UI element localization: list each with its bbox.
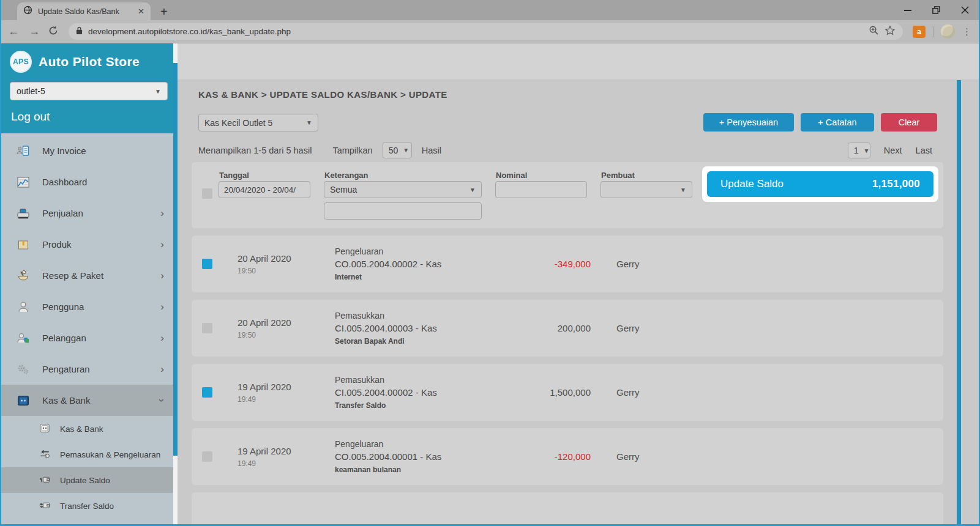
gear-icon: [15, 362, 32, 377]
sidebar-item-pengguna[interactable]: Pengguna ›: [0, 291, 178, 322]
browser-toolbar: ← → development.autopilotstore.co.id/kas…: [0, 20, 980, 43]
select-all-checkbox[interactable]: [202, 188, 212, 199]
update-saldo-button[interactable]: Update Saldo 1,151,000: [707, 171, 933, 197]
browser-tab[interactable]: Update Saldo Kas/Bank ✕: [17, 2, 151, 20]
sidebar-item-pelanggan[interactable]: Pelanggan ›: [0, 322, 178, 354]
next-page-link[interactable]: Next: [884, 146, 902, 155]
sidebar-item-label: Pengaturan: [42, 364, 90, 374]
chevron-down-icon: ▼: [469, 187, 476, 193]
back-icon[interactable]: ←: [6, 25, 21, 38]
sidebar-item-pengaturan[interactable]: Pengaturan ›: [0, 354, 178, 385]
row-date: 19 April 2020: [238, 382, 335, 392]
chevron-down-icon: ▼: [403, 147, 409, 154]
sidebar-item-produk[interactable]: Produk ›: [0, 229, 178, 260]
window-restore-button[interactable]: [932, 6, 940, 14]
page-size-select[interactable]: 50▼: [383, 142, 412, 158]
window-close-button[interactable]: [961, 6, 969, 14]
account-select[interactable]: Kas Kecil Outlet 5▼: [198, 114, 318, 132]
sidebar-subitem-update-saldo[interactable]: Update Saldo: [0, 467, 178, 493]
customer-icon: [15, 331, 32, 346]
sidebar-subitem-label: Transfer Saldo: [60, 502, 114, 511]
profile-avatar[interactable]: [941, 24, 955, 39]
sidebar-item-label: My Invoice: [42, 146, 86, 156]
row-checkbox[interactable]: [202, 259, 212, 269]
nominal-filter-input[interactable]: [495, 181, 587, 198]
outlet-select[interactable]: outlet-5▼: [10, 82, 168, 100]
row-date: 20 April 2020: [238, 253, 335, 264]
row-time: 19:49: [238, 395, 335, 404]
sidebar-scrollbar-thumb[interactable]: [173, 63, 178, 456]
table-row[interactable]: 19 April 202019:49 PemasukkanCI.005.2004…: [192, 364, 943, 421]
last-page-link[interactable]: Last: [916, 146, 932, 155]
url-bar[interactable]: development.autopilotstore.co.id/kas_ban…: [69, 23, 903, 40]
clear-button[interactable]: Clear: [881, 113, 937, 132]
pembuat-column-header: Pembuat: [601, 171, 635, 180]
tanggal-range-input[interactable]: [219, 181, 310, 198]
new-tab-button[interactable]: +: [160, 6, 168, 18]
row-time: 19:49: [238, 459, 335, 468]
chevron-right-icon: ›: [160, 364, 164, 374]
bookmark-star-icon[interactable]: [885, 25, 896, 39]
row-type: Pengeluaran: [335, 246, 518, 256]
in-out-arrows-icon: [38, 448, 51, 462]
row-note: Internet: [335, 273, 518, 281]
sidebar-item-penjualan[interactable]: Penjualan ›: [0, 198, 178, 229]
penyesuaian-button[interactable]: + Penyesuaian: [703, 113, 794, 132]
extension-bag-icon[interactable]: a: [913, 26, 926, 38]
safe-icon: [15, 393, 32, 408]
catatan-button[interactable]: + Catatan: [801, 113, 874, 132]
window-minimize-button[interactable]: [904, 10, 911, 11]
keterangan-search-input[interactable]: [324, 202, 482, 220]
sidebar-subitem-label: Pemasukan & Pengeluaran: [60, 450, 160, 459]
sidebar-item-label: Dashboard: [42, 177, 87, 187]
sidebar-item-kas-bank[interactable]: Kas & Bank ›: [0, 385, 178, 416]
row-creator: Gerry: [616, 451, 640, 462]
table-row[interactable]: 18 April 2020 Pemasukkan: [192, 492, 943, 526]
globe-favicon-icon: [23, 6, 32, 17]
logout-link[interactable]: Log out: [11, 110, 166, 124]
row-checkbox[interactable]: [202, 323, 212, 333]
row-date: 19 April 2020: [238, 446, 335, 456]
content-topbar: [178, 43, 980, 80]
row-checkbox[interactable]: [202, 387, 212, 398]
chevron-right-icon: ›: [160, 270, 164, 281]
sidebar-item-my-invoice[interactable]: My Invoice: [0, 135, 178, 166]
table-row[interactable]: 19 April 202019:49 PengeluaranCO.005.200…: [192, 428, 943, 485]
row-code: CO.005.2004.00002 - Kas: [335, 259, 518, 269]
row-creator: Gerry: [616, 387, 640, 398]
sidebar-menu: My Invoice Dashboard Penjualan ›: [0, 133, 178, 519]
sidebar-subitem-pemasukan-pengeluaran[interactable]: Pemasukan & Pengeluaran: [0, 442, 178, 467]
cash-register-icon: [15, 206, 32, 221]
reload-icon[interactable]: [48, 25, 59, 39]
table-row[interactable]: 20 April 202019:50 PengeluaranCO.005.200…: [192, 235, 943, 292]
keterangan-column-header: Keterangan: [324, 171, 368, 180]
update-saldo-amount: 1,151,000: [872, 178, 920, 190]
sidebar-item-dashboard[interactable]: Dashboard: [0, 166, 178, 198]
row-creator: Gerry: [616, 259, 640, 269]
sidebar-item-resep-paket[interactable]: Resep & Paket ›: [0, 260, 178, 291]
chevron-right-icon: ›: [160, 333, 164, 343]
page-scrollbar[interactable]: [957, 80, 961, 526]
lock-icon: [76, 26, 83, 37]
row-amount: 1,500,000: [518, 387, 591, 398]
forward-icon[interactable]: →: [27, 25, 42, 38]
row-code: CI.005.2004.00003 - Kas: [335, 323, 518, 333]
browser-menu-icon[interactable]: ⋮: [962, 26, 971, 37]
filter-panel: Tanggal Keterangan Semua▼ Nominal Pembua…: [192, 162, 943, 228]
row-checkbox[interactable]: [202, 451, 212, 462]
row-time: 19:50: [238, 267, 335, 275]
pembuat-select[interactable]: ▼: [600, 181, 692, 198]
user-icon: [15, 300, 32, 314]
sidebar-subitem-kas-bank[interactable]: Kas & Bank: [0, 416, 178, 442]
keterangan-select[interactable]: Semua▼: [324, 181, 482, 198]
row-code: CO.005.2004.00001 - Kas: [335, 451, 518, 462]
tampilkan-label: Tampilkan: [332, 146, 372, 155]
page-number-select[interactable]: 1▼: [848, 143, 870, 158]
sidebar-subitem-transfer-saldo[interactable]: Transfer Saldo: [0, 493, 178, 519]
tab-close-icon[interactable]: ✕: [138, 7, 144, 16]
mortar-pestle-icon: [15, 269, 32, 283]
table-row[interactable]: 20 April 202019:50 PemasukkanCI.005.2004…: [192, 300, 943, 357]
zoom-page-icon[interactable]: [869, 25, 879, 38]
chevron-right-icon: ›: [160, 208, 164, 218]
row-date: 20 April 2020: [238, 317, 335, 328]
